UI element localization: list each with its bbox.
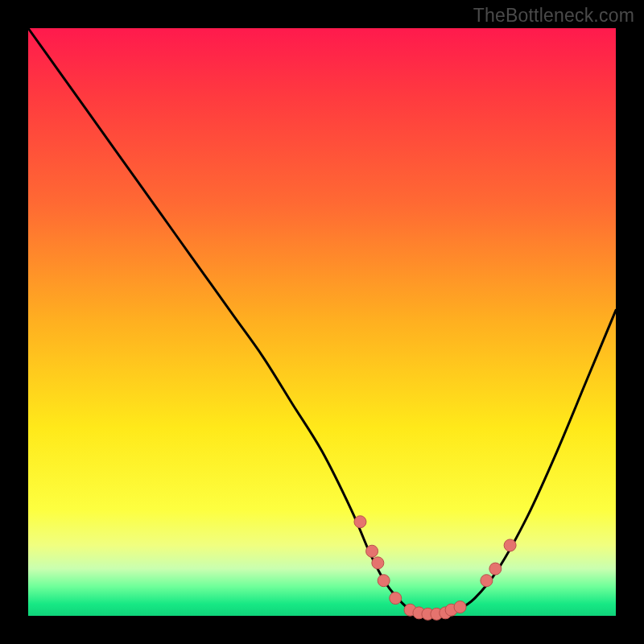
curve-marker [454,601,466,613]
curve-marker [372,557,384,569]
chart-frame: TheBottleneck.com [0,0,644,644]
curve-marker [366,545,378,557]
curve-markers [354,516,516,621]
watermark-text: TheBottleneck.com [473,5,634,27]
chart-svg [28,28,616,616]
curve-marker [354,516,366,528]
curve-marker [504,539,516,551]
bottleneck-curve [28,28,616,617]
plot-area [28,28,616,616]
curve-marker [390,592,402,605]
curve-marker [378,575,390,587]
curve-marker [489,563,502,575]
curve-marker [481,575,493,587]
